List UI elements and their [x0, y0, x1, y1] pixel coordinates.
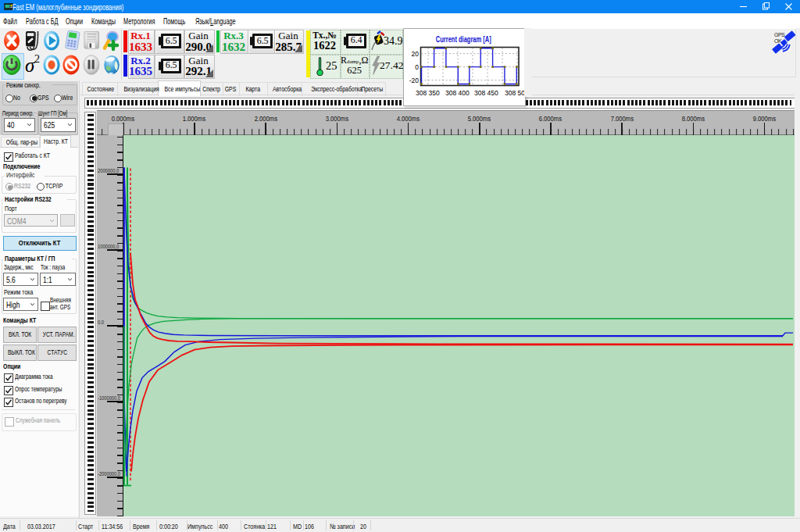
- svg-text:2: 2: [34, 53, 40, 65]
- svg-text:GPS: GPS: [774, 32, 785, 37]
